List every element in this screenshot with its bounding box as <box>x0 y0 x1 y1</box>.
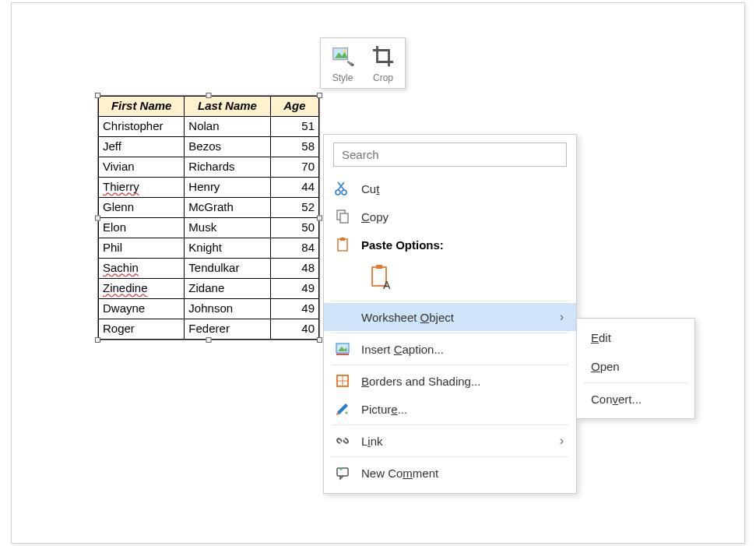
resize-handle-top-right[interactable] <box>317 93 322 98</box>
menu-cut[interactable]: Cut <box>324 174 576 203</box>
cell-last: Henry <box>185 178 270 198</box>
resize-handle-mid-left[interactable] <box>95 215 100 220</box>
separator <box>332 424 568 425</box>
menu-picture[interactable]: Picture... <box>324 395 576 423</box>
menu-copy[interactable]: Copy <box>324 203 576 231</box>
menu-paste-options: Paste Options: <box>324 231 576 259</box>
menu-borders-shading[interactable]: Borders and Shading... <box>324 367 576 395</box>
separator <box>332 333 568 333</box>
table-row: ZinedineZidane49 <box>99 279 319 299</box>
cell-age: 70 <box>270 157 318 178</box>
cell-first: Sachin <box>99 259 185 279</box>
resize-handle-bottom-mid[interactable] <box>206 337 212 343</box>
svg-point-6 <box>342 190 346 195</box>
embedded-worksheet-object[interactable]: First Name Last Name Age ChristopherNola… <box>97 95 320 340</box>
separator <box>583 382 688 383</box>
comment-icon <box>335 465 350 481</box>
menu-insert-caption-label: Insert Caption... <box>361 343 565 356</box>
cell-age: 58 <box>270 137 318 157</box>
cell-age: 48 <box>270 259 318 279</box>
cell-first: Vivian <box>99 157 185 178</box>
cell-first: Thierry <box>99 178 185 198</box>
submenu-convert[interactable]: Convert... <box>577 385 694 414</box>
cell-age: 40 <box>270 319 318 340</box>
cell-last: Bezos <box>185 137 270 157</box>
resize-handle-top-mid[interactable] <box>206 93 212 98</box>
svg-rect-8 <box>340 213 348 223</box>
crop-button[interactable]: Crop <box>366 41 400 85</box>
cell-first: Dwayne <box>99 299 185 319</box>
resize-handle-top-left[interactable] <box>95 93 100 98</box>
menu-borders-shading-label: Borders and Shading... <box>361 375 565 388</box>
cell-last: Federer <box>185 319 270 340</box>
clipboard-icon <box>335 237 350 252</box>
svg-point-2 <box>343 50 346 53</box>
menu-cut-label: Cut <box>361 182 565 196</box>
svg-rect-9 <box>338 239 347 251</box>
cell-last: Zidane <box>185 279 270 299</box>
cell-last: Johnson <box>185 299 270 319</box>
table-row: GlennMcGrath52 <box>99 198 319 218</box>
svg-rect-10 <box>340 238 345 241</box>
cell-last: McGrath <box>185 198 270 218</box>
menu-worksheet-object[interactable]: Worksheet Object › <box>324 303 576 331</box>
menu-insert-caption[interactable]: Insert Caption... <box>324 335 576 363</box>
col-header-first: First Name <box>99 97 185 117</box>
table-row: DwayneJohnson49 <box>99 299 319 319</box>
cell-last: Richards <box>185 157 270 178</box>
table-row: VivianRichards70 <box>99 157 319 178</box>
svg-rect-16 <box>336 354 349 355</box>
table-header-row: First Name Last Name Age <box>99 97 319 117</box>
cell-first: Phil <box>99 238 185 259</box>
link-icon <box>335 433 350 449</box>
copy-icon <box>335 209 350 224</box>
menu-new-comment[interactable]: New Comment <box>324 459 576 487</box>
context-menu: Cut Copy Paste Options: A Worksheet Obje… <box>323 134 577 494</box>
cell-last: Tendulkar <box>185 259 270 279</box>
resize-handle-bottom-left[interactable] <box>95 337 100 343</box>
cell-age: 49 <box>270 279 318 299</box>
style-button[interactable]: Style <box>325 41 360 85</box>
table-row: SachinTendulkar48 <box>99 259 319 279</box>
picture-style-icon <box>329 43 357 69</box>
table-row: PhilKnight84 <box>99 238 319 259</box>
crop-label: Crop <box>373 72 393 83</box>
resize-handle-mid-right[interactable] <box>317 215 322 220</box>
cell-first: Christopher <box>99 117 185 137</box>
svg-text:A: A <box>383 279 391 291</box>
cell-age: 49 <box>270 299 318 319</box>
table-row: JeffBezos58 <box>99 137 319 157</box>
menu-new-comment-label: New Comment <box>361 467 565 480</box>
table-row: ChristopherNolan51 <box>99 117 319 137</box>
submenu-arrow-icon: › <box>560 310 565 324</box>
cell-first: Zinedine <box>99 279 185 299</box>
style-label: Style <box>332 72 353 83</box>
crop-icon <box>369 43 397 69</box>
separator <box>332 301 568 301</box>
cell-age: 50 <box>270 218 318 238</box>
scissors-icon <box>335 181 350 196</box>
submenu-open[interactable]: Open <box>577 352 694 381</box>
svg-point-5 <box>336 190 340 195</box>
cell-first: Glenn <box>99 198 185 218</box>
resize-handle-bottom-right[interactable] <box>317 337 322 343</box>
picture-caption-icon <box>335 341 350 357</box>
cell-last: Nolan <box>185 117 270 137</box>
menu-copy-label: Copy <box>361 210 565 224</box>
worksheet-object-submenu: Edit Open Convert... <box>576 318 695 419</box>
context-search-input[interactable] <box>333 143 567 167</box>
format-picture-icon <box>335 401 350 417</box>
menu-link[interactable]: Link › <box>324 427 576 455</box>
paste-keep-text-button[interactable]: A <box>367 262 394 293</box>
cell-age: 84 <box>270 238 318 259</box>
submenu-edit[interactable]: Edit <box>577 323 694 352</box>
menu-picture-label: Picture... <box>361 403 565 416</box>
table-row: ElonMusk50 <box>99 218 319 238</box>
cell-first: Jeff <box>99 137 185 157</box>
submenu-arrow-icon: › <box>560 434 565 448</box>
menu-worksheet-object-label: Worksheet Object <box>361 311 549 324</box>
data-table: First Name Last Name Age ChristopherNola… <box>98 96 319 340</box>
context-search-wrap <box>333 143 567 167</box>
cell-age: 52 <box>270 198 318 218</box>
separator <box>332 365 568 365</box>
